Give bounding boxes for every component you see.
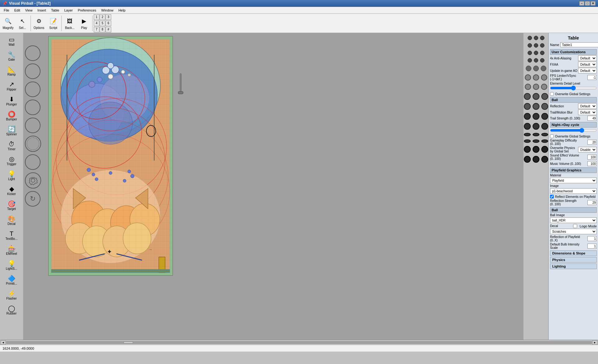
num-btn-8[interactable]: 8 <box>100 27 105 32</box>
obj-dot[interactable] <box>540 58 544 63</box>
reflect-elements-checkbox[interactable] <box>550 195 554 198</box>
dimensions-slope-section[interactable]: Dimensions & Slope <box>550 250 597 256</box>
music-volume-input[interactable] <box>587 161 597 166</box>
name-input[interactable] <box>560 42 598 47</box>
gameplay-difficulty-input[interactable] <box>587 140 597 145</box>
obj-dot-dark[interactable] <box>526 66 531 71</box>
trail-strength-input[interactable] <box>587 116 597 121</box>
obj-dot-dark[interactable] <box>541 66 546 71</box>
image-dropdown[interactable]: p1-beachwood <box>550 188 597 194</box>
fxaa-dropdown[interactable]: Default <box>578 62 597 67</box>
obj-dot-half[interactable] <box>541 133 548 136</box>
obj-dot-dark[interactable] <box>533 66 539 71</box>
sidebar-tool-target[interactable]: 🎯 Target <box>1 198 22 213</box>
sidebar-tool-primitive[interactable]: 🔷 Primiti... <box>1 273 22 287</box>
sidebar-tool-spinner[interactable]: 🔄 Spinner <box>1 124 22 138</box>
sound-effect-volume-input[interactable] <box>587 155 597 160</box>
trail-motion-blur-dropdown[interactable]: Default <box>578 110 597 115</box>
minimize-button[interactable]: − <box>579 1 584 6</box>
default-bulb-input[interactable] <box>587 244 597 249</box>
toolbar-select[interactable]: ↖ Sel... <box>16 15 29 32</box>
obj-dot-vdark[interactable] <box>533 156 539 163</box>
obj-dot-lg[interactable] <box>541 74 547 81</box>
obj-dot[interactable] <box>528 36 532 40</box>
obj-dot[interactable] <box>540 51 544 55</box>
obj-dot-vdark[interactable] <box>524 146 531 153</box>
obj-dot[interactable] <box>528 51 532 55</box>
obj-dot-half[interactable] <box>524 133 531 136</box>
circle-3[interactable] <box>25 82 40 97</box>
obj-dot-black[interactable] <box>524 123 531 130</box>
elements-detail-slider[interactable] <box>550 86 597 90</box>
obj-dot-vdark[interactable] <box>524 156 531 163</box>
close-button[interactable]: ✕ <box>591 1 596 6</box>
menu-item-window[interactable]: Window <box>99 8 116 13</box>
material-dropdown[interactable]: Playfield <box>550 178 597 183</box>
sidebar-tool-bumper[interactable]: ⭕ Bumper <box>1 109 22 123</box>
toolbar-magnify[interactable]: 🔍 Magnify <box>1 15 15 32</box>
obj-dot-vdark[interactable] <box>541 146 548 153</box>
menu-item-preferences[interactable]: Preferences <box>75 8 99 13</box>
obj-dot-half[interactable] <box>541 139 548 143</box>
h-scroll-thumb[interactable] <box>124 342 133 343</box>
overwrite-physics-dropdown[interactable]: Disable <box>578 147 597 152</box>
circle-4[interactable] <box>25 100 40 115</box>
obj-dot-half[interactable] <box>533 139 539 143</box>
obj-dot[interactable] <box>528 43 532 48</box>
num-btn-2[interactable]: 2 <box>100 14 105 20</box>
sidebar-tool-ramp[interactable]: 📐 Ramp <box>1 64 22 78</box>
sidebar-tool-flipper[interactable]: ↗ Flipper <box>1 79 22 93</box>
obj-dot-lg[interactable] <box>541 84 547 90</box>
obj-dot-xlg[interactable] <box>533 103 539 110</box>
sidebar-tool-flasher[interactable]: ⚡ Flasher <box>1 288 22 302</box>
obj-dot-vdark[interactable] <box>541 156 548 163</box>
sidebar-tool-lightstr[interactable]: 💡 LightS... <box>1 258 22 273</box>
obj-dot-xlg[interactable] <box>541 93 548 100</box>
obj-dot-half[interactable] <box>524 139 531 143</box>
sidebar-tool-wall[interactable]: ▭ Wall <box>1 34 22 49</box>
title-bar-controls[interactable]: − □ ✕ <box>579 1 596 6</box>
obj-dot-xlg[interactable] <box>524 103 531 110</box>
update-ingame-ao-dropdown[interactable]: Default <box>578 68 597 73</box>
obj-dot-black[interactable] <box>533 113 539 120</box>
menu-item-help[interactable]: Help <box>116 8 128 13</box>
canvas-area[interactable]: ↻ <box>23 33 523 340</box>
sidebar-tool-light[interactable]: 💡 Light <box>1 169 22 183</box>
playfield[interactable]: ✦ → <box>48 36 173 276</box>
sidebar-tool-plunger[interactable]: ⬇ Plunger <box>1 94 22 108</box>
sidebar-tool-timer[interactable]: ⏱ Timer <box>1 139 22 153</box>
sidebar-tool-emreel[interactable]: 🎰 EMReel <box>1 243 22 258</box>
num-btn-1[interactable]: 1 <box>94 14 99 20</box>
sidebar-tool-decal[interactable]: 🎨 Decal <box>1 213 22 228</box>
sidebar-tool-textbox[interactable]: T TextBo... <box>1 228 22 243</box>
menu-item-layer[interactable]: Layer <box>62 8 75 13</box>
obj-dot-xlg[interactable] <box>541 103 548 110</box>
toolbar-options[interactable]: ⚙ Options <box>32 15 46 32</box>
menu-item-view[interactable]: View <box>23 8 35 13</box>
num-btn-3[interactable]: 3 <box>106 14 111 20</box>
obj-dot-xlg[interactable] <box>533 93 539 100</box>
fps-limiter-input[interactable] <box>587 75 597 80</box>
sidebar-tool-rubber[interactable]: ◯ Rubber <box>1 303 22 317</box>
circle-2[interactable] <box>25 63 40 79</box>
obj-dot-lg[interactable] <box>525 84 531 90</box>
logo-mode-checkbox[interactable] <box>573 224 577 228</box>
menu-item-table[interactable]: Table <box>49 8 62 13</box>
obj-dot[interactable] <box>528 58 532 63</box>
obj-dot-vdark[interactable] <box>533 146 539 153</box>
maximize-button[interactable]: □ <box>585 1 590 6</box>
obj-dot[interactable] <box>534 43 538 48</box>
sidebar-tool-kicker[interactable]: ◆ Kicker <box>1 184 22 198</box>
menu-item-insert[interactable]: Insert <box>35 8 49 13</box>
circle-1[interactable] <box>25 45 40 61</box>
scroll-right-button[interactable]: ► <box>592 340 597 345</box>
obj-dot-black[interactable] <box>533 123 539 130</box>
obj-dot-half[interactable] <box>533 133 539 136</box>
circle-7[interactable] <box>25 154 40 170</box>
sidebar-tool-gate[interactable]: 🔧 Gate <box>1 49 22 63</box>
num-btn-6[interactable]: 6 <box>106 21 111 26</box>
lighting-section[interactable]: Lighting <box>550 264 597 269</box>
obj-dot-black[interactable] <box>541 123 548 130</box>
circle-gear[interactable] <box>25 172 41 189</box>
scratches-dropdown[interactable]: Scratches <box>550 229 597 234</box>
